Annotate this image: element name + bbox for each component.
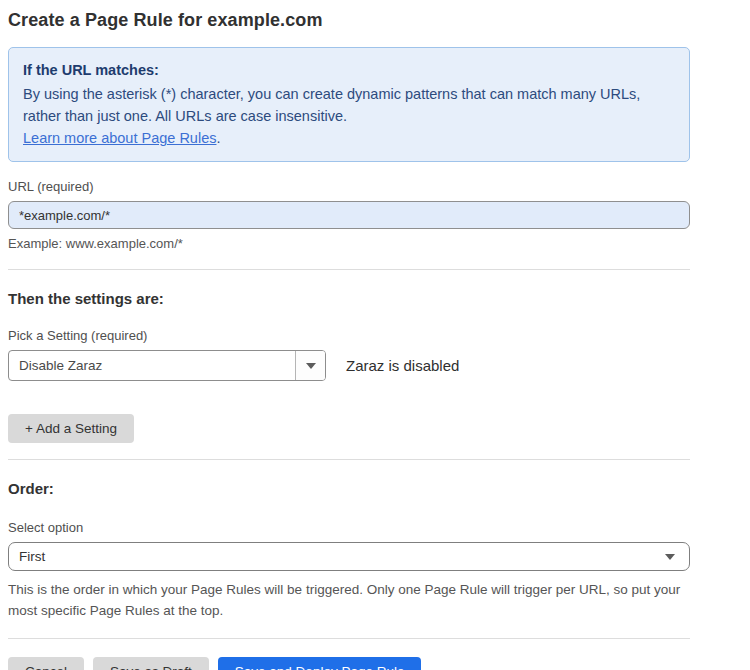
url-example-helper: Example: www.example.com/* [8, 236, 690, 251]
divider [8, 459, 690, 460]
chevron-down-icon [306, 363, 316, 369]
save-and-deploy-button[interactable]: Save and Deploy Page Rule [218, 657, 422, 670]
setting-row: Disable Zaraz Zaraz is disabled [8, 350, 690, 381]
learn-more-link[interactable]: Learn more about Page Rules [23, 130, 216, 146]
order-select-value: First [19, 549, 45, 564]
info-box-link-line: Learn more about Page Rules. [23, 127, 675, 149]
settings-section-heading: Then the settings are: [8, 290, 690, 307]
setting-picker-label: Pick a Setting (required) [8, 328, 690, 343]
save-as-draft-button[interactable]: Save as Draft [93, 657, 209, 670]
add-setting-button[interactable]: + Add a Setting [8, 414, 134, 443]
info-box-body: By using the asterisk (*) character, you… [23, 83, 675, 127]
url-match-info-box: If the URL matches: By using the asteris… [8, 47, 690, 162]
order-select-label: Select option [8, 520, 690, 535]
setting-select-value: Disable Zaraz [9, 351, 295, 380]
order-helper-text: This is the order in which your Page Rul… [8, 579, 690, 621]
page-rule-form: Create a Page Rule for example.com If th… [8, 10, 690, 670]
setting-status-text: Zaraz is disabled [346, 357, 459, 374]
order-section-heading: Order: [8, 480, 690, 497]
divider [8, 638, 690, 639]
url-input[interactable] [8, 201, 690, 229]
page-title: Create a Page Rule for example.com [8, 10, 690, 31]
chevron-down-icon [665, 554, 675, 560]
setting-select[interactable]: Disable Zaraz [8, 350, 326, 381]
setting-select-arrow-button[interactable] [295, 351, 325, 380]
form-actions: Cancel Save as Draft Save and Deploy Pag… [8, 657, 690, 670]
url-field-label: URL (required) [8, 179, 690, 194]
order-select[interactable]: First [8, 542, 690, 571]
link-period: . [216, 130, 220, 146]
divider [8, 269, 690, 270]
cancel-button[interactable]: Cancel [8, 657, 84, 670]
info-box-heading: If the URL matches: [23, 59, 675, 81]
